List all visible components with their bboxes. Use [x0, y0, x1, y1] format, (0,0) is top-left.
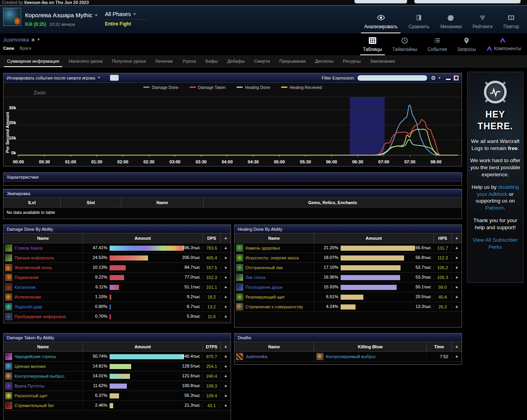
nav-item-Анализировать[interactable]: Анализировать: [359, 6, 403, 33]
legend-item-Damage Done[interactable]: Damage Done: [143, 85, 179, 90]
tab-Нанесено урона[interactable]: Нанесено урона: [64, 55, 107, 67]
tab-Ресурсы[interactable]: Ресурсы: [338, 55, 365, 67]
ability-link[interactable]: Лик тлена: [245, 275, 265, 280]
nav-item-Таймлайны[interactable]: Таймлайны: [387, 33, 422, 55]
expand-button[interactable]: +: [220, 275, 231, 280]
tab-Лечение[interactable]: Лечение: [150, 55, 177, 67]
expand-button[interactable]: +: [451, 285, 462, 290]
expand-button[interactable]: +: [451, 304, 462, 309]
ability-link[interactable]: Контролируемый выброс: [14, 374, 65, 378]
column-header-expand[interactable]: +: [451, 234, 462, 243]
expand-button[interactable]: +: [220, 403, 231, 408]
ability-link[interactable]: Испепеление: [14, 295, 41, 299]
column-header-dps[interactable]: DPS: [202, 234, 220, 243]
column-header-expand[interactable]: +: [220, 342, 231, 351]
expand-button[interactable]: +: [451, 265, 462, 270]
expand-button[interactable]: +: [220, 304, 231, 309]
nav-item-Механики[interactable]: Механики: [435, 6, 467, 33]
column-header-name[interactable]: Name: [121, 198, 203, 207]
tab-Суммарная информация[interactable]: Суммарная информация: [2, 55, 64, 67]
expand-button[interactable]: +: [220, 393, 231, 398]
column-header-amount[interactable]: Amount: [83, 342, 202, 351]
expand-button[interactable]: +: [220, 314, 231, 319]
maximize-icon[interactable]: [454, 76, 458, 80]
column-header-expand[interactable]: +: [220, 234, 231, 243]
column-header-time[interactable]: Time: [426, 342, 451, 351]
legend-item-Healing Done[interactable]: Healing Done: [236, 85, 270, 90]
ability-link[interactable]: Чародейские стрелы: [14, 354, 56, 359]
ability-link[interactable]: Стремление к совершенству: [245, 304, 303, 309]
expand-button[interactable]: +: [451, 255, 462, 260]
top-search-input[interactable]: [354, 0, 407, 4]
expand-button[interactable]: +: [451, 246, 462, 250]
nav-item-Рейтинги[interactable]: Рейтинги: [467, 6, 498, 33]
expand-button[interactable]: +: [220, 364, 231, 369]
ability-link[interactable]: Расколотый щит: [14, 393, 47, 398]
expand-button[interactable]: +: [451, 295, 462, 299]
tab-Угроза[interactable]: Угроза: [177, 55, 200, 67]
expand-button[interactable]: +: [220, 285, 231, 290]
player-link[interactable]: Justmonika: [245, 354, 267, 359]
ability-link[interactable]: Отстраненный лик: [245, 265, 283, 270]
ability-link[interactable]: Ледяной удар: [14, 304, 42, 309]
subscriber-perks-link[interactable]: View All Subscriber Perks: [473, 237, 518, 250]
tab-Бафы[interactable]: Бафы: [201, 55, 223, 67]
legend-item-Healing Received[interactable]: Healing Received: [281, 85, 322, 90]
ability-link[interactable]: Стрела Хаоса: [14, 246, 43, 250]
tab-Получено урона[interactable]: Получено урона: [107, 55, 150, 67]
ability-link[interactable]: Катаклизм: [14, 285, 35, 290]
killing-blow-link[interactable]: Контролируемый выброс: [326, 354, 376, 359]
phase-dropdown[interactable]: All Phases▼: [105, 11, 148, 17]
ignore-deaths-checkbox[interactable]: [110, 75, 119, 81]
column-header-name[interactable]: Name: [4, 234, 83, 243]
nav-item-Повтор[interactable]: Повтор: [498, 6, 525, 33]
ability-link[interactable]: Призыв инфернала: [14, 255, 54, 260]
column-header-dtps[interactable]: DTPS: [202, 342, 220, 351]
gear-icon[interactable]: ⚙▼: [431, 75, 441, 81]
ability-link[interactable]: Врата Пустоты: [14, 384, 44, 388]
column-header-gems[interactable]: Gems, Relics, Enchants: [203, 198, 462, 207]
nav-item-События[interactable]: События: [422, 33, 452, 55]
ability-link[interactable]: Резонирующий щит: [245, 295, 285, 299]
ignore-deaths-dropdown[interactable]: Игнорировать события после смерти игрока…: [7, 76, 101, 80]
ability-link[interactable]: Поджигание: [14, 275, 39, 280]
expand-button[interactable]: +: [220, 374, 231, 378]
minimize-icon[interactable]: [446, 76, 451, 80]
enemies-tab[interactable]: Враги: [20, 46, 31, 51]
column-header-name[interactable]: Name: [235, 342, 314, 351]
close-icon[interactable]: ✖: [31, 38, 35, 42]
ability-link[interactable]: Жертвенный огонь: [14, 265, 52, 270]
line-chart[interactable]: 0k10k20k30kPer Second Amount: [4, 97, 462, 158]
column-header-name[interactable]: Name: [235, 234, 314, 243]
filter-expression-input[interactable]: [357, 75, 427, 81]
expand-button[interactable]: +: [220, 255, 231, 260]
column-header-killing-blow[interactable]: Killing Blow: [314, 342, 426, 351]
player-link[interactable]: Justmonika: [3, 37, 29, 43]
nav-item-Компоненты[interactable]: Компоненты: [481, 33, 526, 55]
ability-link[interactable]: Камень здоровья: [245, 246, 280, 250]
expand-button[interactable]: +: [220, 246, 231, 250]
boss-title-dropdown[interactable]: Королева Азшара Mythic▼: [25, 12, 98, 18]
expand-button[interactable]: +: [220, 265, 231, 270]
patreon-link[interactable]: Patreon: [485, 205, 504, 211]
phase-value[interactable]: Entire Fight: [105, 19, 148, 27]
column-header-amount[interactable]: Amount: [83, 234, 202, 243]
ability-link[interactable]: Цепная молния: [14, 364, 45, 369]
column-header-name[interactable]: Name: [4, 342, 83, 351]
column-header-amount[interactable]: Amount: [314, 234, 433, 243]
column-header-hps[interactable]: HPS: [433, 234, 451, 243]
column-header-slot[interactable]: Slot: [60, 198, 121, 207]
column-header-expand[interactable]: +: [451, 342, 462, 351]
nav-item-Сравнить[interactable]: Сравнить: [403, 6, 435, 33]
ability-link[interactable]: Искусность: энергия хаоса: [245, 255, 299, 260]
ability-link[interactable]: Пробуждение инфернала: [14, 314, 66, 319]
tab-Прерывания[interactable]: Прерывания: [274, 55, 310, 67]
nav-item-Таблицы[interactable]: Таблицы: [358, 33, 387, 55]
expand-button[interactable]: +: [451, 275, 462, 280]
expand-button[interactable]: +: [220, 295, 231, 299]
tab-Заклинания[interactable]: Заклинания: [365, 55, 399, 67]
friendlies-tab[interactable]: Свои: [3, 46, 14, 51]
expand-button[interactable]: +: [220, 384, 231, 388]
expand-button[interactable]: +: [451, 354, 462, 359]
nav-item-Запросы[interactable]: Запросы: [452, 33, 481, 55]
